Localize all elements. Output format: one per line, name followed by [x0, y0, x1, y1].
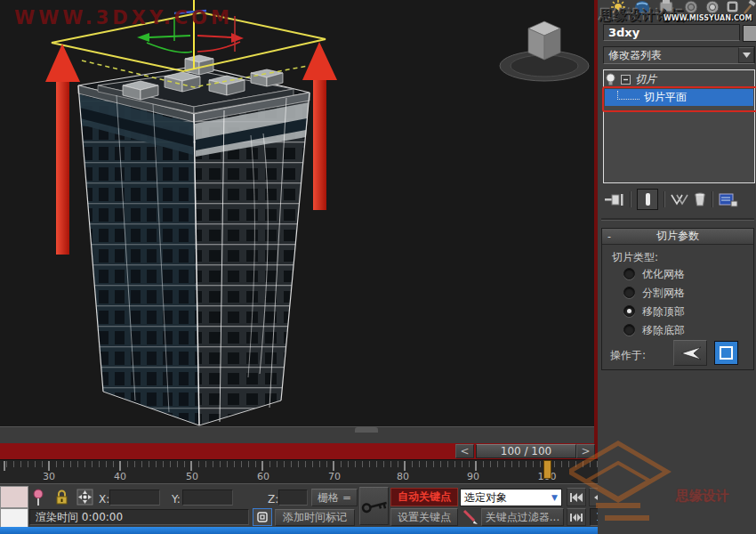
radio-circle[interactable] — [623, 324, 635, 336]
radio-split-mesh[interactable]: 分割网格 — [623, 287, 685, 298]
radio-refine-mesh[interactable]: 优化网格 — [623, 268, 685, 279]
tick-label: 80 — [390, 471, 416, 482]
radio-circle-selected[interactable] — [623, 305, 635, 317]
prompt-line: 渲染时间 0:00:00 — [29, 509, 249, 525]
set-key-button[interactable]: 设置关键点 — [390, 508, 458, 526]
new-key-pencil-icon[interactable] — [462, 509, 479, 525]
key-filters-button[interactable]: 关键点过滤器... — [481, 508, 564, 526]
z-coordinate-field[interactable] — [278, 490, 308, 506]
radio-label: 移除底部 — [642, 325, 685, 336]
z-coordinate-label: Z: — [268, 494, 278, 505]
viewport-watermark: WWW.3DXY.COM — [14, 7, 233, 28]
tutorial-highlight-box — [602, 86, 756, 112]
viewport-bottom-strip — [0, 426, 594, 444]
tick-label: 60 — [250, 471, 277, 482]
operate-on-faces-button[interactable] — [673, 340, 707, 366]
modifier-name[interactable]: 切片 — [635, 72, 656, 87]
annotation-arrow-right — [302, 42, 337, 210]
go-to-start-button[interactable] — [567, 488, 586, 506]
transform-typein-icon[interactable] — [76, 489, 93, 506]
rollout-collapse-icon[interactable]: - — [607, 231, 611, 242]
rollout-header[interactable]: - 切片参数 — [602, 229, 753, 245]
operate-on-polygons-button[interactable] — [714, 341, 738, 365]
pin-stack-icon[interactable] — [605, 193, 624, 206]
time-slider-handle[interactable]: 100 / 100 — [476, 444, 576, 458]
rendered-frame-icon[interactable] — [683, 0, 699, 14]
radio-label: 移除顶部 — [642, 306, 685, 317]
rollout-title: 切片参数 — [602, 229, 753, 244]
tick-label: 90 — [460, 471, 487, 482]
key-mode-toggle-button[interactable] — [567, 508, 586, 526]
selection-filter-dropdown[interactable]: 选定对象 ▼ — [460, 489, 562, 506]
divider — [630, 191, 631, 207]
object-color-swatch[interactable] — [743, 25, 756, 42]
collapse-box-icon[interactable] — [621, 75, 631, 85]
panel-divider — [601, 218, 754, 221]
stack-toolbar — [605, 189, 754, 210]
maxscript-mini-listener[interactable] — [0, 508, 28, 528]
annotation-arrow-left — [45, 44, 80, 255]
tick-label: 50 — [179, 471, 205, 482]
modifier-list-dropdown[interactable]: 修改器列表 — [603, 46, 755, 64]
square-icon — [720, 346, 733, 360]
tick-label: 70 — [321, 471, 348, 482]
radio-circle[interactable] — [623, 268, 635, 279]
pushpin-icon[interactable] — [32, 489, 45, 506]
add-time-tag-button[interactable]: 添加时间标记 — [275, 509, 355, 526]
viewport-canvas[interactable] — [0, 0, 594, 442]
current-frame-marker[interactable] — [543, 460, 551, 479]
radio-remove-bottom[interactable]: 移除底部 — [623, 324, 685, 336]
maxscript-mini-listener-macro[interactable] — [0, 486, 28, 508]
next-frame-button[interactable]: > — [576, 444, 595, 458]
radio-remove-top[interactable]: 移除顶部 — [623, 305, 685, 317]
viewcube — [500, 21, 589, 81]
remove-modifier-trash-icon[interactable] — [694, 192, 706, 206]
radio-circle[interactable] — [623, 287, 635, 298]
divider — [664, 191, 665, 207]
tick-label: 30 — [36, 471, 62, 482]
configure-modifier-sets-icon[interactable] — [719, 192, 738, 207]
radio-label: 优化网格 — [642, 269, 685, 279]
chevron-down-icon: ▼ — [551, 493, 558, 502]
render-production-icon[interactable] — [704, 0, 720, 14]
splitter-handle[interactable] — [355, 427, 378, 433]
radio-label: 分割网格 — [642, 287, 685, 298]
x-coordinate-field[interactable] — [109, 490, 160, 506]
previous-frame-button[interactable]: < — [455, 444, 474, 458]
isolate-selection-button[interactable] — [253, 508, 272, 526]
panel-watermark-url: WWW.MISSYUAN.COM — [664, 14, 752, 22]
visibility-bulb-icon[interactable] — [605, 73, 616, 86]
y-coordinate-label: Y: — [172, 494, 181, 505]
stack-row-slice[interactable]: 切片 — [605, 72, 656, 87]
divider — [712, 191, 713, 207]
modifier-list-arrow[interactable] — [738, 47, 754, 63]
selection-lock-icon[interactable] — [55, 490, 68, 505]
render-time-text: 渲染时间 0:00:00 — [36, 512, 123, 522]
tick-label: 40 — [107, 471, 133, 482]
scene-3d — [0, 0, 594, 442]
x-coordinate-label: X: — [99, 494, 109, 505]
grid-size-display: 栅格 = — [311, 489, 358, 506]
make-unique-icon[interactable] — [671, 193, 688, 206]
y-coordinate-field[interactable] — [182, 490, 233, 506]
frame-window-icon[interactable] — [726, 0, 740, 14]
slice-type-label: 切片类型: — [612, 252, 658, 263]
show-end-result-button[interactable] — [637, 189, 658, 210]
operate-on-label: 操作于: — [610, 350, 646, 360]
selection-filter-value: 选定对象 — [464, 490, 507, 506]
building-model — [78, 55, 310, 425]
max-window: WWW.3DXY.COM < 100 / 100 > 30 40 50 60 7… — [0, 0, 756, 534]
auto-key-button[interactable]: 自动关键点 — [390, 488, 458, 506]
set-keys-button[interactable] — [359, 487, 389, 525]
object-name-field[interactable]: 3dxy — [603, 24, 740, 41]
